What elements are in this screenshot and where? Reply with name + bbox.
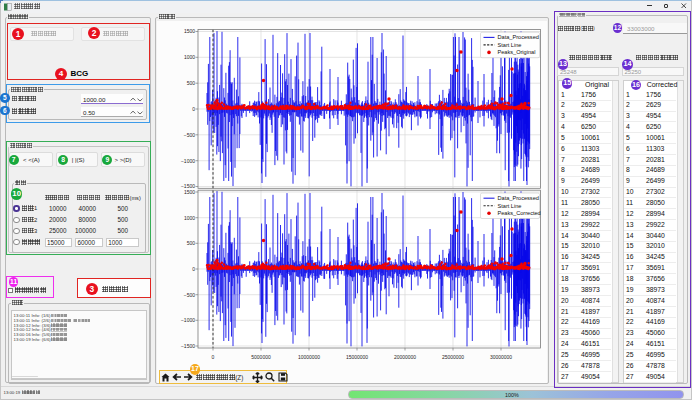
svg-text:Peaks_Corrected: Peaks_Corrected: [498, 210, 541, 216]
svg-text:1500: 1500: [184, 28, 195, 34]
svg-text:20000000: 20000000: [394, 354, 416, 360]
svg-text:0: 0: [192, 106, 195, 112]
svg-text:0: 0: [212, 354, 215, 360]
svg-text:−500: −500: [184, 292, 195, 298]
svg-text:−1000: −1000: [181, 317, 195, 323]
svg-text:10000000: 10000000: [298, 354, 320, 360]
svg-text:Data_Processed: Data_Processed: [498, 34, 539, 40]
svg-text:25000000: 25000000: [442, 354, 464, 360]
svg-text:−500: −500: [184, 132, 195, 138]
svg-text:1000: 1000: [184, 215, 195, 221]
svg-text:Peaks_Original: Peaks_Original: [498, 49, 536, 55]
svg-text:500: 500: [187, 240, 196, 246]
svg-text:Data_Processed: Data_Processed: [498, 195, 539, 201]
svg-text:Start Line: Start Line: [498, 203, 522, 209]
svg-text:15000000: 15000000: [346, 354, 368, 360]
svg-text:1000: 1000: [184, 54, 195, 60]
svg-text:0: 0: [192, 266, 195, 272]
svg-text:30000000: 30000000: [490, 354, 512, 360]
svg-text:500: 500: [187, 80, 196, 86]
svg-text:Start Line: Start Line: [498, 42, 522, 48]
svg-text:−1000: −1000: [181, 158, 195, 164]
svg-text:5000000: 5000000: [251, 354, 271, 360]
svg-text:1500: 1500: [184, 189, 195, 195]
svg-text:−1500: −1500: [181, 343, 195, 349]
